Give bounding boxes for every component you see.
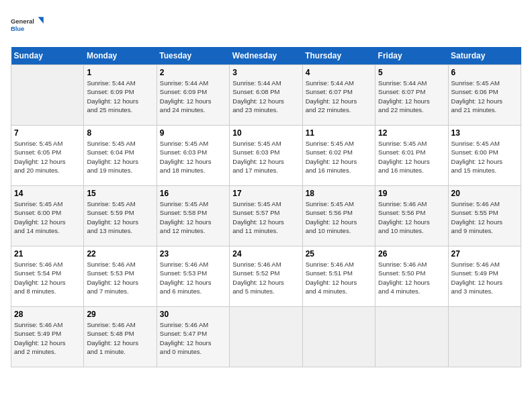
weekday-header-wednesday: Wednesday — [230, 47, 302, 65]
calendar-cell: 5Sunrise: 5:44 AM Sunset: 6:07 PM Daylig… — [375, 65, 448, 126]
svg-marker-2 — [38, 17, 44, 24]
day-number: 23 — [160, 249, 226, 259]
day-info: Sunrise: 5:45 AM Sunset: 6:02 PM Dayligh… — [306, 139, 372, 175]
calendar-cell: 3Sunrise: 5:44 AM Sunset: 6:08 PM Daylig… — [230, 65, 302, 126]
day-number: 9 — [160, 128, 226, 138]
day-info: Sunrise: 5:46 AM Sunset: 5:53 PM Dayligh… — [87, 260, 153, 295]
day-info: Sunrise: 5:45 AM Sunset: 6:00 PM Dayligh… — [14, 199, 81, 235]
calendar-cell: 14Sunrise: 5:45 AM Sunset: 6:00 PM Dayli… — [11, 186, 84, 246]
day-info: Sunrise: 5:45 AM Sunset: 6:01 PM Dayligh… — [378, 139, 445, 175]
day-info: Sunrise: 5:46 AM Sunset: 5:49 PM Dayligh… — [451, 260, 518, 295]
day-number: 26 — [378, 249, 445, 259]
calendar-cell: 11Sunrise: 5:45 AM Sunset: 6:02 PM Dayli… — [302, 126, 375, 186]
day-number: 10 — [232, 128, 299, 138]
calendar-cell: 7Sunrise: 5:45 AM Sunset: 6:05 PM Daylig… — [11, 126, 84, 186]
calendar-cell: 17Sunrise: 5:45 AM Sunset: 5:57 PM Dayli… — [230, 186, 302, 246]
day-number: 19 — [378, 189, 445, 198]
day-info: Sunrise: 5:44 AM Sunset: 6:09 PM Dayligh… — [160, 79, 226, 114]
day-info: Sunrise: 5:45 AM Sunset: 5:56 PM Dayligh… — [306, 199, 372, 235]
day-number: 28 — [14, 310, 81, 319]
day-info: Sunrise: 5:45 AM Sunset: 5:59 PM Dayligh… — [87, 199, 153, 235]
day-number: 20 — [451, 189, 518, 198]
weekday-header-saturday: Saturday — [448, 47, 521, 65]
day-number: 16 — [160, 189, 226, 198]
day-info: Sunrise: 5:45 AM Sunset: 6:03 PM Dayligh… — [232, 139, 299, 175]
day-number: 2 — [160, 68, 226, 77]
day-number: 21 — [14, 249, 81, 259]
day-number: 13 — [451, 128, 518, 138]
calendar-cell: 1Sunrise: 5:44 AM Sunset: 6:09 PM Daylig… — [84, 65, 157, 126]
day-info: Sunrise: 5:44 AM Sunset: 6:07 PM Dayligh… — [378, 79, 445, 114]
calendar-cell: 27Sunrise: 5:46 AM Sunset: 5:49 PM Dayli… — [448, 246, 521, 307]
logo: General Blue — [11, 11, 44, 39]
day-info: Sunrise: 5:45 AM Sunset: 5:57 PM Dayligh… — [232, 199, 299, 235]
calendar-cell — [448, 307, 521, 367]
day-info: Sunrise: 5:46 AM Sunset: 5:56 PM Dayligh… — [378, 199, 445, 235]
day-info: Sunrise: 5:46 AM Sunset: 5:54 PM Dayligh… — [14, 260, 81, 295]
calendar-cell: 25Sunrise: 5:46 AM Sunset: 5:51 PM Dayli… — [302, 246, 375, 307]
day-number: 12 — [378, 128, 445, 138]
calendar-cell: 8Sunrise: 5:45 AM Sunset: 6:04 PM Daylig… — [84, 126, 157, 186]
day-info: Sunrise: 5:46 AM Sunset: 5:51 PM Dayligh… — [306, 260, 372, 295]
day-info: Sunrise: 5:45 AM Sunset: 6:00 PM Dayligh… — [451, 139, 518, 175]
calendar-cell: 29Sunrise: 5:46 AM Sunset: 5:48 PM Dayli… — [84, 307, 157, 367]
day-info: Sunrise: 5:46 AM Sunset: 5:53 PM Dayligh… — [160, 260, 226, 295]
day-info: Sunrise: 5:46 AM Sunset: 5:50 PM Dayligh… — [378, 260, 445, 295]
calendar-cell — [375, 307, 448, 367]
day-number: 24 — [232, 249, 299, 259]
day-info: Sunrise: 5:44 AM Sunset: 6:07 PM Dayligh… — [306, 79, 372, 114]
calendar-cell — [302, 307, 375, 367]
calendar-cell: 10Sunrise: 5:45 AM Sunset: 6:03 PM Dayli… — [230, 126, 302, 186]
calendar-cell — [230, 307, 302, 367]
day-number: 8 — [87, 128, 153, 138]
calendar-cell: 9Sunrise: 5:45 AM Sunset: 6:03 PM Daylig… — [157, 126, 229, 186]
calendar-cell: 26Sunrise: 5:46 AM Sunset: 5:50 PM Dayli… — [375, 246, 448, 307]
svg-text:General: General — [11, 18, 34, 25]
day-number: 18 — [306, 189, 372, 198]
day-info: Sunrise: 5:46 AM Sunset: 5:47 PM Dayligh… — [160, 320, 226, 356]
calendar-cell: 2Sunrise: 5:44 AM Sunset: 6:09 PM Daylig… — [157, 65, 229, 126]
day-info: Sunrise: 5:45 AM Sunset: 6:05 PM Dayligh… — [14, 139, 81, 175]
day-info: Sunrise: 5:46 AM Sunset: 5:55 PM Dayligh… — [451, 199, 518, 235]
day-info: Sunrise: 5:45 AM Sunset: 5:58 PM Dayligh… — [160, 199, 226, 235]
day-number: 14 — [14, 189, 81, 198]
calendar-cell: 13Sunrise: 5:45 AM Sunset: 6:00 PM Dayli… — [448, 126, 521, 186]
day-number: 1 — [87, 68, 153, 77]
logo-svg: General Blue — [11, 11, 44, 39]
day-number: 3 — [232, 68, 299, 77]
day-number: 5 — [378, 68, 445, 77]
calendar-cell — [11, 65, 84, 126]
day-number: 4 — [306, 68, 372, 77]
calendar-cell: 20Sunrise: 5:46 AM Sunset: 5:55 PM Dayli… — [448, 186, 521, 246]
day-info: Sunrise: 5:45 AM Sunset: 6:06 PM Dayligh… — [451, 79, 518, 114]
day-info: Sunrise: 5:46 AM Sunset: 5:48 PM Dayligh… — [87, 320, 153, 356]
weekday-header-sunday: Sunday — [11, 47, 84, 65]
calendar-cell: 4Sunrise: 5:44 AM Sunset: 6:07 PM Daylig… — [302, 65, 375, 126]
calendar-cell: 18Sunrise: 5:45 AM Sunset: 5:56 PM Dayli… — [302, 186, 375, 246]
calendar-table: SundayMondayTuesdayWednesdayThursdayFrid… — [11, 47, 521, 367]
day-number: 11 — [306, 128, 372, 138]
day-info: Sunrise: 5:44 AM Sunset: 6:09 PM Dayligh… — [87, 79, 153, 114]
calendar-cell: 23Sunrise: 5:46 AM Sunset: 5:53 PM Dayli… — [157, 246, 229, 307]
day-number: 27 — [451, 249, 518, 259]
calendar-cell: 12Sunrise: 5:45 AM Sunset: 6:01 PM Dayli… — [375, 126, 448, 186]
day-number: 30 — [160, 310, 226, 319]
weekday-header-friday: Friday — [375, 47, 448, 65]
day-number: 22 — [87, 249, 153, 259]
calendar-cell: 19Sunrise: 5:46 AM Sunset: 5:56 PM Dayli… — [375, 186, 448, 246]
day-number: 29 — [87, 310, 153, 319]
calendar-cell: 30Sunrise: 5:46 AM Sunset: 5:47 PM Dayli… — [157, 307, 229, 367]
calendar-cell: 15Sunrise: 5:45 AM Sunset: 5:59 PM Dayli… — [84, 186, 157, 246]
calendar-cell: 24Sunrise: 5:46 AM Sunset: 5:52 PM Dayli… — [230, 246, 302, 307]
day-info: Sunrise: 5:44 AM Sunset: 6:08 PM Dayligh… — [232, 79, 299, 114]
weekday-header-tuesday: Tuesday — [157, 47, 229, 65]
page-header: General Blue — [11, 11, 521, 39]
weekday-header-thursday: Thursday — [302, 47, 375, 65]
calendar-cell: 16Sunrise: 5:45 AM Sunset: 5:58 PM Dayli… — [157, 186, 229, 246]
day-number: 6 — [451, 68, 518, 77]
day-info: Sunrise: 5:46 AM Sunset: 5:49 PM Dayligh… — [14, 320, 81, 356]
day-info: Sunrise: 5:45 AM Sunset: 6:03 PM Dayligh… — [160, 139, 226, 175]
calendar-cell: 6Sunrise: 5:45 AM Sunset: 6:06 PM Daylig… — [448, 65, 521, 126]
svg-text:Blue: Blue — [11, 26, 24, 32]
day-number: 15 — [87, 189, 153, 198]
